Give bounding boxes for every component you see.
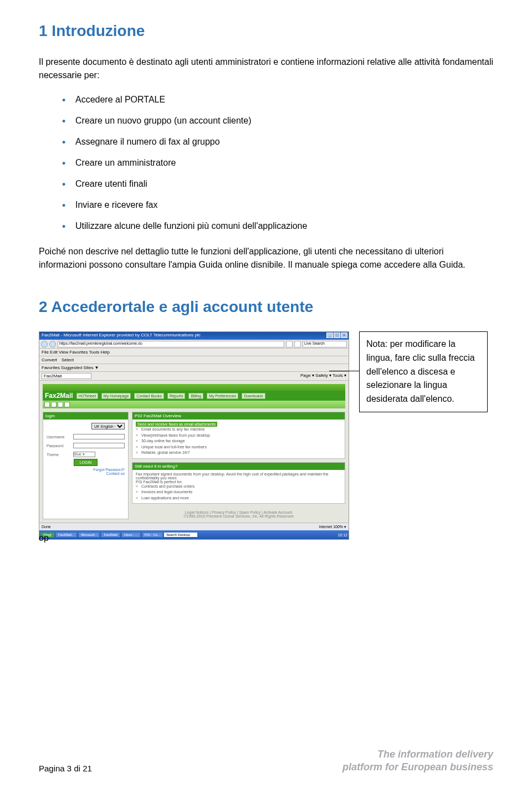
- close-icon[interactable]: ×: [341, 332, 347, 338]
- list-item: Creare un amministratore: [62, 156, 493, 170]
- bullet-list: Accedere al PORTALE Creare un nuovo grup…: [39, 93, 493, 233]
- note-text: Nota: per modificare la lingua, fare cli…: [366, 339, 475, 403]
- taskbar-item[interactable]: PGI - Co...: [142, 532, 163, 538]
- ie-favorites-bar[interactable]: Favorites Suggested Sites ▼: [39, 364, 349, 372]
- theme-label: Theme: [47, 453, 71, 457]
- app-top-bar: [43, 384, 345, 391]
- list-item: Contracts and purchase orders: [136, 484, 341, 490]
- app-copyright: ©1998-2010 Premiere Global Services, Inc…: [132, 514, 345, 518]
- list-item: Creare utenti finali: [62, 177, 493, 191]
- status-right: Internet 100% ▾: [319, 525, 346, 529]
- list-item: Assegnare il numero di fax al gruppo: [62, 135, 493, 149]
- list-item: 30-day online fax storage: [136, 438, 341, 444]
- window-titlebar: Fax2Mail - Microsoft Internet Explorer p…: [39, 332, 349, 340]
- nav-downloads[interactable]: Downloads: [242, 393, 265, 399]
- list-item: Accedere al PORTALE: [62, 93, 493, 106]
- taskbar-search[interactable]: Search Desktop: [164, 533, 197, 537]
- forgot-password-link[interactable]: Forgot Password?: [47, 468, 125, 472]
- list-item: Inviare e ricevere fax: [62, 198, 493, 212]
- taskbar-item[interactable]: Inbox - ...: [121, 532, 141, 538]
- search-input[interactable]: Live Search: [303, 341, 347, 347]
- ie-tab-row: Fax2Mail Page ▾ Safety ▾ Tools ▾: [39, 372, 349, 381]
- section-2-heading: 2 Accederortale e agli account utente: [39, 298, 493, 316]
- overview-header: PGI Fax2Mail Overview: [132, 412, 345, 419]
- login-header: login: [43, 412, 128, 419]
- taskbar-item[interactable]: Microsoft...: [78, 532, 100, 538]
- app-icon-strip: [43, 401, 345, 408]
- list-item: View/print/save faxes from your desktop: [136, 433, 341, 439]
- toolbar-select[interactable]: Select: [62, 357, 74, 362]
- language-select[interactable]: UK English ▾: [91, 423, 125, 429]
- section-1-heading: 1 Introduzione: [39, 22, 493, 40]
- strip-icon[interactable]: [64, 402, 70, 407]
- taskbar-item[interactable]: Fax2Mail...: [55, 532, 77, 538]
- taskbar-item[interactable]: Fax2Mail: [101, 532, 120, 538]
- screenshot-row: Fax2Mail - Microsoft Internet Explorer p…: [39, 331, 493, 540]
- ie-nav-bar: https://fax2mail.premiereglobal.com/welc…: [39, 340, 349, 349]
- list-item: Loan applications and more: [136, 495, 341, 502]
- theme-select[interactable]: Blue ▾: [73, 452, 95, 457]
- followup-paragraph: Poiché non descrive nel dettaglio tutte …: [39, 245, 493, 272]
- nav-hotsheet[interactable]: HOTsheet: [76, 393, 98, 399]
- intro-paragraph: Il presente documento è destinato agli u…: [39, 55, 493, 82]
- main-panel: PGI Fax2Mail Overview Send and receive f…: [132, 412, 345, 519]
- strip-icon[interactable]: [44, 402, 50, 407]
- app-body: Fax2Mail HOTsheet My Homepage Contact Bo…: [39, 381, 349, 523]
- maximize-icon[interactable]: □: [334, 332, 340, 338]
- embedded-screenshot: Fax2Mail - Microsoft Internet Explorer p…: [39, 331, 349, 540]
- strip-icon[interactable]: [51, 402, 57, 407]
- app-nav: Fax2Mail HOTsheet My Homepage Contact Bo…: [43, 391, 345, 401]
- footer-tagline: The information delivery platform for Eu…: [342, 748, 493, 773]
- writing-header: Still need it in writing?: [132, 463, 345, 470]
- callout-line-icon: [329, 371, 360, 371]
- ie-toolbar: Convert Select: [39, 356, 349, 364]
- strip-icon[interactable]: [58, 402, 63, 407]
- minimize-icon[interactable]: _: [326, 332, 333, 338]
- ie-page-menu[interactable]: Page ▾ Safety ▾ Tools ▾: [300, 373, 346, 379]
- list-item: Email documents to any fax machine: [136, 427, 341, 433]
- windows-taskbar: Start Fax2Mail... Microsoft... Fax2Mail …: [39, 530, 349, 539]
- nav-billing[interactable]: Billing: [188, 393, 203, 399]
- ie-menu-bar[interactable]: File Edit View Favorites Tools Help: [39, 349, 349, 356]
- status-left: Done: [42, 525, 51, 529]
- back-icon[interactable]: [41, 341, 48, 347]
- list-item: Unique local and toll-free fax numbers: [136, 444, 341, 451]
- ie-status-bar: Done Internet 100% ▾: [39, 523, 349, 530]
- annotation-note: Nota: per modificare la lingua, fare cli…: [359, 331, 488, 412]
- password-input[interactable]: [73, 443, 125, 448]
- nav-homepage[interactable]: My Homepage: [101, 393, 131, 399]
- refresh-icon[interactable]: [286, 341, 293, 347]
- nav-contacts[interactable]: Contact Books: [134, 393, 164, 399]
- username-label: Username: [47, 435, 71, 439]
- overview-lead: Send and receive faxes as email attachme…: [136, 422, 217, 427]
- stop-icon[interactable]: [294, 341, 301, 347]
- forward-icon[interactable]: [49, 341, 56, 347]
- app-footer-links[interactable]: Legal Notices | Privacy Policy | Spam Po…: [132, 510, 345, 514]
- contact-us-link[interactable]: Contact us: [47, 472, 125, 475]
- url-input[interactable]: https://fax2mail.premiereglobal.com/welc…: [58, 341, 284, 347]
- username-input[interactable]: [73, 434, 125, 439]
- window-title: Fax2Mail - Microsoft Internet Explorer p…: [42, 332, 201, 337]
- page-footer: Pagina 3 di 21 The information delivery …: [39, 748, 493, 773]
- browser-tab[interactable]: Fax2Mail: [42, 373, 91, 379]
- nav-preferences[interactable]: My Preferences: [207, 393, 238, 399]
- nav-reports[interactable]: Reports: [167, 393, 186, 399]
- taskbar-clock: 10:12: [337, 533, 347, 537]
- writing-sublead: PGi Fax2Mail is perfect for:: [136, 480, 341, 484]
- login-button[interactable]: LOGIN: [74, 459, 98, 466]
- list-item: Invoices and legal documents: [136, 489, 341, 495]
- toolbar-convert[interactable]: Convert: [42, 357, 57, 362]
- password-label: Password: [47, 444, 71, 448]
- writing-lead: Fax important signed documents from your…: [136, 472, 341, 480]
- app-logo: Fax2Mail: [45, 392, 73, 400]
- login-panel: login UK English ▾ Username Passwor: [43, 412, 129, 519]
- list-item: Creare un nuovo gruppo (un account clien…: [62, 114, 493, 127]
- list-item: Reliable, global service 24/7: [136, 450, 341, 456]
- page-number: Pagina 3 di 21: [39, 764, 92, 773]
- list-item: Utilizzare alcune delle funzioni più com…: [62, 219, 493, 233]
